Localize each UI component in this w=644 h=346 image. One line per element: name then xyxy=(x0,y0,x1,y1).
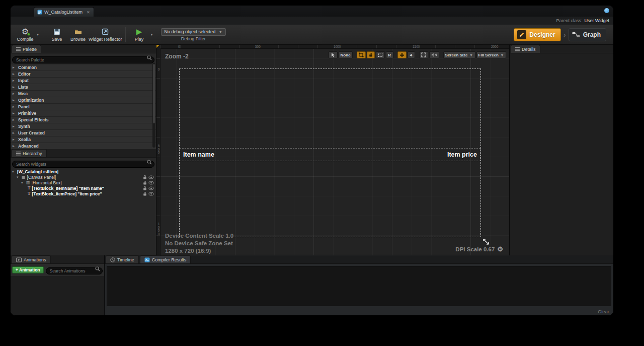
add-animation-button[interactable]: + Animation xyxy=(12,266,44,273)
compile-button[interactable]: ⚙ Compile xyxy=(15,26,36,44)
compiler-results-tab[interactable]: Compiler Results xyxy=(140,255,191,263)
main-area: Palette ▸Common ▸Editor ▸Input ▸Lists ▸M… xyxy=(11,45,613,255)
timeline-icon xyxy=(110,257,115,262)
compiler-results-icon xyxy=(144,257,150,262)
resize-handle-icon[interactable] xyxy=(482,238,490,245)
hierarchy-row-root[interactable]: ▾ [W_CatalogListItem] xyxy=(11,169,156,174)
folder-icon xyxy=(74,29,82,35)
hierarchy-tab[interactable]: Hierarchy xyxy=(12,149,47,157)
save-button[interactable]: Save xyxy=(46,26,67,44)
widget-outlines-toggle-button[interactable] xyxy=(376,51,385,58)
expander-icon[interactable]: ▾ xyxy=(17,175,20,179)
zoom-to-fit-button[interactable] xyxy=(419,51,428,58)
lock-icon[interactable] xyxy=(143,180,147,185)
hierarchy-row-textblock-itemname[interactable]: T [TextBlock_ItemName] "Item name" xyxy=(11,185,156,191)
clear-button[interactable]: Clear xyxy=(598,309,609,314)
expander-icon[interactable]: ▸ xyxy=(13,144,16,148)
timeline-tab[interactable]: Timeline xyxy=(106,255,139,263)
animations-search-input[interactable] xyxy=(46,267,103,274)
play-button[interactable]: ▶ Play xyxy=(129,26,150,44)
expander-icon[interactable]: ▸ xyxy=(13,124,16,128)
palette-search-input[interactable] xyxy=(12,56,154,63)
hierarchy-panel: Hierarchy ▾ [W_CatalogListItem] ▾ ▦ [Can… xyxy=(11,149,156,255)
item-price-textblock[interactable]: Item price xyxy=(447,151,477,158)
compile-dropdown-icon[interactable]: ▾ xyxy=(37,32,39,37)
expander-icon[interactable]: ▸ xyxy=(13,92,16,96)
anchor-toggle-button[interactable] xyxy=(357,51,366,58)
expander-icon[interactable]: ▸ xyxy=(13,118,16,122)
safe-zone-none-button[interactable]: None xyxy=(339,51,353,58)
hierarchy-tree: ▾ [W_CatalogListItem] ▾ ▦ [Canvas Panel]… xyxy=(11,169,156,196)
visibility-eye-icon[interactable] xyxy=(148,181,154,185)
palette-scrollbar[interactable] xyxy=(152,63,155,148)
palette-category-editor[interactable]: ▸Editor xyxy=(11,71,156,78)
preview-flip-button[interactable] xyxy=(429,51,439,58)
visibility-eye-icon[interactable] xyxy=(148,175,154,179)
lock-icon[interactable] xyxy=(143,191,147,196)
palette-category-misc[interactable]: ▸Misc xyxy=(11,91,156,97)
parent-class-value[interactable]: User Widget xyxy=(584,18,609,23)
horizontal-box-widget[interactable]: Item name Item price xyxy=(180,148,480,161)
lock-icon[interactable] xyxy=(143,186,147,191)
lock-icon[interactable] xyxy=(143,175,147,180)
designer-canvas[interactable]: 0 500 1000 1500 2000 0 500 1000 Zoom -2 … xyxy=(156,45,509,255)
fill-screen-dropdown[interactable]: Fill Screen▾ xyxy=(476,51,506,58)
expander-icon[interactable]: ▸ xyxy=(13,79,16,83)
palette-category-xsolla[interactable]: ▸Xsolla xyxy=(11,136,156,143)
palette-category-synth[interactable]: ▸Synth xyxy=(11,123,156,130)
raw-edit-toggle-button[interactable]: R xyxy=(386,51,393,58)
grid-snap-size-button[interactable]: 4 xyxy=(408,51,415,58)
play-dropdown-icon[interactable]: ▾ xyxy=(151,32,153,37)
graph-mode-button[interactable]: Graph xyxy=(569,28,606,41)
grid-snap-toggle-button[interactable] xyxy=(397,51,407,58)
localization-preview-button[interactable] xyxy=(329,51,338,58)
asset-tab[interactable]: W_CatalogListItem ✕ xyxy=(34,7,94,17)
expander-icon[interactable]: ▸ xyxy=(13,131,16,135)
lock-toggle-button[interactable] xyxy=(367,51,375,58)
ruler-horizontal: 0 500 1000 1500 2000 xyxy=(160,45,509,49)
dpi-scale-control: DPI Scale 0.67 ⚙ xyxy=(455,245,503,253)
expander-icon[interactable]: ▸ xyxy=(13,105,16,109)
expander-icon[interactable]: ▸ xyxy=(13,111,16,115)
hierarchy-row-canvas-panel[interactable]: ▾ ▦ [Canvas Panel] xyxy=(11,174,156,180)
browse-button[interactable]: Browse xyxy=(67,26,89,44)
dpi-settings-gear-icon[interactable]: ⚙ xyxy=(497,245,503,253)
animations-tab[interactable]: Animations xyxy=(12,255,51,263)
expander-icon[interactable]: ▾ xyxy=(21,181,25,185)
play-icon: ▶ xyxy=(136,28,142,36)
asset-tab-title: W_CatalogListItem xyxy=(44,10,83,15)
screen-size-dropdown[interactable]: Screen Size▾ xyxy=(443,51,475,58)
expander-icon[interactable]: ▸ xyxy=(13,85,16,89)
palette-category-user-created[interactable]: ▸User Created xyxy=(11,130,156,136)
palette-category-lists[interactable]: ▸Lists xyxy=(11,84,156,91)
expander-icon[interactable]: ▾ xyxy=(12,170,16,174)
widget-reflector-button[interactable]: Widget Reflector xyxy=(89,26,122,44)
palette-category-input[interactable]: ▸Input xyxy=(11,78,156,84)
debug-object-dropdown[interactable]: No debug object selected ▾ xyxy=(161,28,226,36)
animations-icon xyxy=(16,257,22,262)
palette-category-optimization[interactable]: ▸Optimization xyxy=(11,97,156,104)
item-name-textblock[interactable]: Item name xyxy=(183,151,214,158)
expander-icon[interactable]: ▸ xyxy=(13,137,16,142)
expander-icon[interactable]: ▸ xyxy=(13,72,16,76)
visibility-eye-icon[interactable] xyxy=(148,186,154,190)
palette-category-primitive[interactable]: ▸Primitive xyxy=(11,110,156,117)
palette-category-list: ▸Common ▸Editor ▸Input ▸Lists ▸Misc ▸Opt… xyxy=(11,64,156,150)
palette-tab[interactable]: Palette xyxy=(12,45,41,53)
animations-toolbar: + Animation xyxy=(11,264,104,276)
anchor-icon xyxy=(359,52,364,57)
expander-icon[interactable]: ▸ xyxy=(13,65,16,70)
tab-close-icon[interactable]: ✕ xyxy=(87,10,90,15)
hierarchy-search-input[interactable] xyxy=(12,161,154,168)
root-canvas-selection[interactable]: Item name Item price xyxy=(179,68,481,237)
palette-category-panel[interactable]: ▸Panel xyxy=(11,104,156,110)
expander-icon[interactable]: ▸ xyxy=(13,98,16,102)
palette-category-common[interactable]: ▸Common xyxy=(11,64,156,71)
hierarchy-row-horizontal-box[interactable]: ▾ ▥ [Horizontal Box] xyxy=(11,180,156,185)
window-status-icon xyxy=(604,8,609,13)
hierarchy-row-textblock-itemprice[interactable]: T [TextBlock_ItemPrice] "Item price" xyxy=(11,191,156,196)
visibility-eye-icon[interactable] xyxy=(148,192,154,196)
palette-category-special-effects[interactable]: ▸Special Effects xyxy=(11,117,156,123)
designer-mode-button[interactable]: Designer xyxy=(514,28,560,41)
details-tab[interactable]: Details xyxy=(511,45,540,53)
